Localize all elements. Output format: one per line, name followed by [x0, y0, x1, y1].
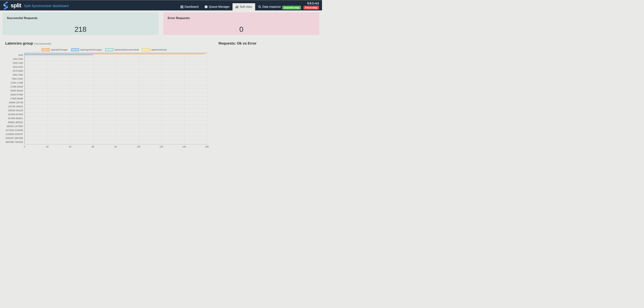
- y-axis-label: 17086-25629: [0, 85, 23, 89]
- x-axis-label: 40: [69, 146, 71, 148]
- legend-swatch: [71, 48, 79, 51]
- y-axis-label: 194620-291929: [0, 108, 23, 112]
- y-axis-label: 1000: [0, 53, 23, 57]
- legend-label: /api/splitChanges: [51, 48, 68, 51]
- x-axis-label: 0: [24, 146, 25, 148]
- force-stop-button[interactable]: Force stop: [304, 6, 319, 10]
- info-icon: [205, 6, 208, 8]
- x-axis-label: 80: [114, 146, 117, 148]
- y-axis-label: 1500-2250: [0, 61, 23, 65]
- nav-item-dashboard[interactable]: Dashboard: [178, 3, 202, 10]
- y-axis-label: 38443-57665: [0, 93, 23, 97]
- y-axis-label: 11391-17086: [0, 81, 23, 85]
- main-content: Latencies group (microseconds) /api/spli…: [0, 41, 322, 148]
- stop-buttons: Graceful stop Force stop: [282, 6, 319, 10]
- successful-requests-card: Successful Requests 218: [2, 12, 158, 35]
- x-axis-label: 120: [160, 146, 163, 148]
- requests-section: Requests: Ok vs Error: [208, 41, 322, 148]
- legend-label: /api/events/bulk: [151, 48, 167, 51]
- nav-item-data-inspector[interactable]: Data inspector: [255, 3, 284, 10]
- y-axis-label: 129746-194620: [0, 104, 23, 108]
- error-requests-card: Error Requests 0: [163, 12, 319, 35]
- latency-bar: [25, 54, 205, 54]
- brand: split Split Synchronizer dashboard: [0, 1, 69, 10]
- y-axis-label: 1000-1500: [0, 57, 23, 61]
- latencies-plot: [24, 53, 207, 144]
- card-title: Error Requests: [168, 16, 190, 20]
- nav-item-label: Dashboard: [184, 5, 198, 8]
- requests-title: Requests: Ok vs Error: [218, 41, 322, 46]
- y-axis-label: 25629-38443: [0, 89, 23, 93]
- gridline: [48, 53, 48, 144]
- error-requests-value: 0: [163, 25, 319, 34]
- card-title: Successful Requests: [7, 16, 38, 20]
- nav-item-label: Queue Manager: [209, 5, 230, 8]
- successful-requests-value: 218: [2, 25, 158, 34]
- gridline: [93, 53, 94, 144]
- nav-item-label: Split stats: [240, 5, 252, 8]
- legend-swatch: [105, 48, 113, 51]
- y-axis-label: 57665-86498: [0, 97, 23, 101]
- split-logo-icon: [2, 2, 9, 10]
- legend-swatch: [42, 48, 50, 51]
- gridline: [116, 53, 116, 144]
- legend-item[interactable]: /api/events/bulk: [142, 48, 167, 51]
- legend-label: /api/segmentChanges: [80, 48, 102, 51]
- graceful-stop-button[interactable]: Graceful stop: [282, 6, 301, 10]
- y-axis-label: 3325257-4987885: [0, 136, 23, 140]
- y-axis-label: 86498-129746: [0, 101, 23, 104]
- page-title: Split Synchronizer dashboard: [24, 4, 69, 8]
- search-icon: [258, 6, 261, 8]
- y-axis-label: 291929-437894: [0, 112, 23, 116]
- nav-item-label: Data inspector: [262, 5, 281, 8]
- bar-chart-icon: [236, 6, 238, 8]
- nav-item-queue-manager[interactable]: Queue Manager: [202, 3, 233, 10]
- y-axis-label: 3375-5063: [0, 69, 23, 73]
- chart-legend: /api/splitChanges/api/segmentChanges/api…: [0, 48, 208, 51]
- legend-item[interactable]: /api/segmentChanges: [71, 48, 102, 51]
- latency-bar: [25, 54, 93, 55]
- latencies-title: Latencies group (microseconds): [5, 41, 208, 46]
- x-axis-label: 140: [182, 146, 186, 148]
- y-axis-label: 437894-656841: [0, 116, 23, 120]
- gridline: [184, 53, 185, 144]
- legend-label: /api/testImpressions/bulk: [114, 48, 139, 51]
- latencies-chart: 10001000-15001500-22502250-33753375-5063…: [0, 53, 208, 144]
- latencies-section: Latencies group (microseconds) /api/spli…: [0, 41, 208, 148]
- grid-icon: [180, 6, 183, 8]
- y-axis-label: 5063-7594: [0, 73, 23, 77]
- x-axis-label: 160: [205, 146, 209, 148]
- summary-cards: Successful Requests 218 Error Requests 0: [0, 10, 322, 35]
- y-axis-label: 4987885-7481828: [0, 140, 23, 144]
- x-axis-label: 20: [46, 146, 48, 148]
- y-axis-label: 656841-985261: [0, 120, 23, 124]
- legend-swatch: [142, 48, 150, 51]
- brand-name: split: [10, 2, 21, 9]
- y-axis-label: 2250-3375: [0, 65, 23, 69]
- navbar: split Split Synchronizer dashboard Dashb…: [0, 0, 322, 10]
- nav-item-split-stats[interactable]: Split stats: [232, 3, 255, 10]
- y-axis-label: 1477892-2216838: [0, 128, 23, 132]
- x-axis: 020406080100120140160: [24, 144, 207, 148]
- gridline: [207, 53, 208, 144]
- nav-menu: Dashboard Queue Manager Split stats Da: [178, 3, 284, 10]
- legend-item[interactable]: /api/splitChanges: [42, 48, 68, 51]
- latencies-subtitle: (microseconds): [34, 42, 51, 45]
- version-label: 5.0.1-rc1: [307, 2, 319, 5]
- y-axis-label: 7594-11391: [0, 77, 23, 81]
- y-axis-label: 985261-1477892: [0, 124, 23, 128]
- gridline: [162, 53, 162, 144]
- y-axis-label: 2216838-3325257: [0, 132, 23, 136]
- legend-item[interactable]: /api/testImpressions/bulk: [105, 48, 139, 51]
- x-axis-label: 60: [92, 146, 94, 148]
- x-axis-label: 100: [137, 146, 140, 148]
